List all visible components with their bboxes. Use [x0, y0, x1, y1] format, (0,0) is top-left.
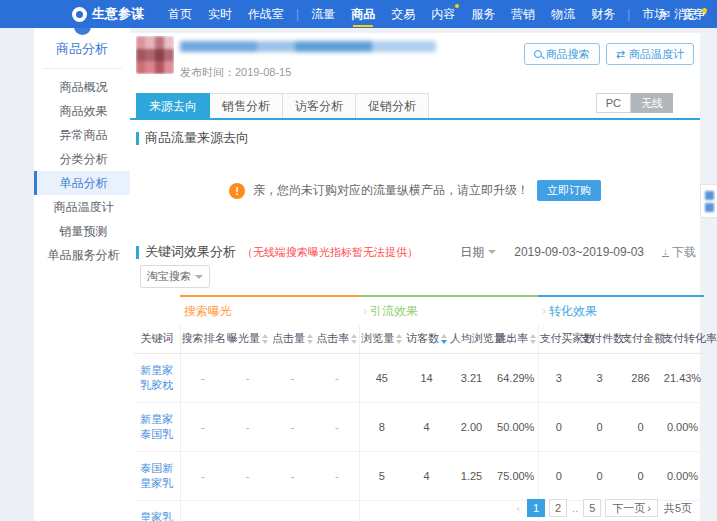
keyword-link[interactable]: 皇家乳胶枕	[134, 501, 180, 521]
nav-item-服务[interactable]: 服务	[471, 0, 495, 28]
message-button[interactable]: ✉ 消息	[661, 0, 707, 28]
col-header-人均浏览量[interactable]: 人均浏览量	[449, 325, 494, 354]
nav-item-内容[interactable]: 内容	[431, 0, 455, 28]
cell-value: -	[225, 403, 270, 452]
nav-separator: |	[296, 7, 299, 21]
cell-value: 64.29%	[494, 354, 538, 403]
logo-icon	[72, 7, 87, 22]
tab-促销分析[interactable]: 促销分析	[356, 93, 429, 118]
nav-item-物流[interactable]: 物流	[551, 0, 575, 28]
sort-icon[interactable]	[530, 334, 536, 344]
product-search-button[interactable]: 商品搜索	[524, 43, 600, 65]
cell-value: 0	[620, 403, 661, 452]
cell-value: -	[225, 501, 270, 521]
upgrade-notice: ! 亲，您尚未订购对应的流量纵横产品，请立即升级！ 立即订购	[130, 180, 700, 201]
sort-up-arrow	[262, 334, 268, 338]
sidebar-item-商品效果[interactable]: 商品效果	[34, 99, 130, 123]
col-header-支付金额[interactable]: 支付金额	[620, 325, 661, 354]
keyword-link[interactable]: 泰国新皇家乳	[134, 452, 180, 501]
sort-icon[interactable]	[262, 334, 268, 344]
nav-item-财务[interactable]: 财务	[591, 0, 615, 28]
nav-item-首页[interactable]: 首页	[168, 0, 192, 28]
sort-icon[interactable]	[396, 334, 402, 344]
flow-section-header: 商品流量来源去向	[136, 129, 249, 147]
download-button[interactable]: ↓ 下载	[662, 244, 696, 261]
col-header-关键词: 关键词	[134, 325, 180, 354]
tab-访客分析[interactable]: 访客分析	[283, 93, 356, 118]
cell-value: -	[180, 501, 225, 521]
keyword-link[interactable]: 新皇家泰国乳	[134, 403, 180, 452]
tab-来源去向[interactable]: 来源去向	[136, 93, 210, 118]
sidebar-item-异常商品[interactable]: 异常商品	[34, 123, 130, 147]
next-page-label: 下一页	[612, 500, 645, 516]
col-header-访客数[interactable]: 访客数	[404, 325, 449, 354]
cell-value: 4	[404, 452, 449, 501]
group-chevron-icon: ›	[363, 304, 367, 318]
sidebar-item-单品服务分析[interactable]: 单品服务分析	[34, 243, 130, 267]
cell-value: -	[315, 452, 359, 501]
col-header-点击率[interactable]: 点击率	[315, 325, 359, 354]
cell-value: 14	[404, 354, 449, 403]
cell-value: 2.00	[449, 501, 494, 521]
nav-item-营销[interactable]: 营销	[511, 0, 535, 28]
side-floating-tab[interactable]	[700, 184, 717, 218]
cell-value: 1.25	[449, 452, 494, 501]
col-header-支付买家数[interactable]: 支付买家数	[538, 325, 579, 354]
nav-item-商品[interactable]: 商品	[351, 0, 375, 28]
cell-value: -	[315, 354, 359, 403]
sidebar-item-销量预测[interactable]: 销量预测	[34, 219, 130, 243]
product-search-label: 商品搜索	[546, 47, 590, 62]
date-dropdown[interactable]: 日期	[460, 244, 496, 261]
order-now-button[interactable]: 立即订购	[537, 180, 601, 201]
cell-value: 75.00%	[494, 452, 538, 501]
next-page-button[interactable]: 下一页 ›	[605, 499, 658, 517]
channel-select[interactable]: 淘宝搜索	[140, 265, 210, 288]
col-header-支付转化率[interactable]: 支付转化率	[661, 325, 704, 354]
product-thermometer-button[interactable]: ⇄ 商品温度计	[606, 43, 694, 65]
sidebar-item-商品温度计[interactable]: 商品温度计	[34, 195, 130, 219]
col-header-浏览量[interactable]: 浏览量	[359, 325, 404, 354]
col-header-label: 点击量	[272, 332, 305, 344]
nav-item-作战室[interactable]: 作战室	[248, 0, 284, 28]
col-header-支付件数[interactable]: 支付件数	[579, 325, 620, 354]
page-button-2[interactable]: 2	[549, 499, 567, 517]
keyword-link[interactable]: 新皇家乳胶枕	[134, 354, 180, 403]
toggle-pc[interactable]: PC	[596, 93, 631, 113]
download-icon: ↓	[662, 247, 669, 257]
col-header-点击量[interactable]: 点击量	[270, 325, 315, 354]
nav-item-交易[interactable]: 交易	[391, 0, 415, 28]
prev-page-button[interactable]: ‹	[513, 502, 523, 514]
message-badge-dot	[702, 8, 707, 13]
sidebar-item-商品概况[interactable]: 商品概况	[34, 75, 130, 99]
sort-down-arrow	[262, 340, 268, 344]
tab-销售分析[interactable]: 销售分析	[210, 93, 283, 118]
sort-icon[interactable]	[351, 334, 357, 344]
toggle-wireless[interactable]: 无线	[631, 93, 673, 113]
sidebar-item-分类分析[interactable]: 分类分析	[34, 147, 130, 171]
device-toggle: PC 无线	[596, 93, 673, 113]
page-button-5[interactable]: 5	[583, 499, 601, 517]
col-header-搜索排名[interactable]: 搜索排名	[180, 325, 225, 354]
col-header-label: 点击率	[316, 332, 349, 344]
sidebar-item-单品分析[interactable]: 单品分析	[34, 171, 130, 195]
main-content: 发布时间：2019-08-15 商品搜索 ⇄ 商品温度计 来源去向销售分析访客分…	[130, 33, 700, 521]
col-header-曝光量[interactable]: 曝光量	[225, 325, 270, 354]
column-group-搜索曝光: 搜索曝光	[180, 296, 359, 325]
sort-icon[interactable]	[307, 334, 313, 344]
cell-value: 0	[620, 452, 661, 501]
app-logo[interactable]: 生意参谋	[72, 5, 144, 23]
sort-up-arrow	[530, 334, 536, 338]
top-navbar: 生意参谋 首页实时作战室|流量商品交易内容服务营销物流财务|市场竞争|业务专区|…	[0, 0, 717, 28]
nav-item-实时[interactable]: 实时	[208, 0, 232, 28]
group-label: 转化效果	[549, 304, 597, 318]
col-header-跳出率[interactable]: 跳出率	[494, 325, 538, 354]
sort-icon[interactable]	[441, 334, 447, 344]
col-header-label: 访客数	[406, 332, 439, 344]
cell-value: 0	[538, 452, 579, 501]
sort-down-arrow	[396, 340, 402, 344]
nav-item-流量[interactable]: 流量	[311, 0, 335, 28]
swap-icon: ⇄	[616, 49, 625, 60]
col-header-label: 支付转化率	[662, 332, 717, 344]
page-button-1[interactable]: 1	[527, 499, 545, 517]
group-label: 引流效果	[370, 304, 418, 318]
